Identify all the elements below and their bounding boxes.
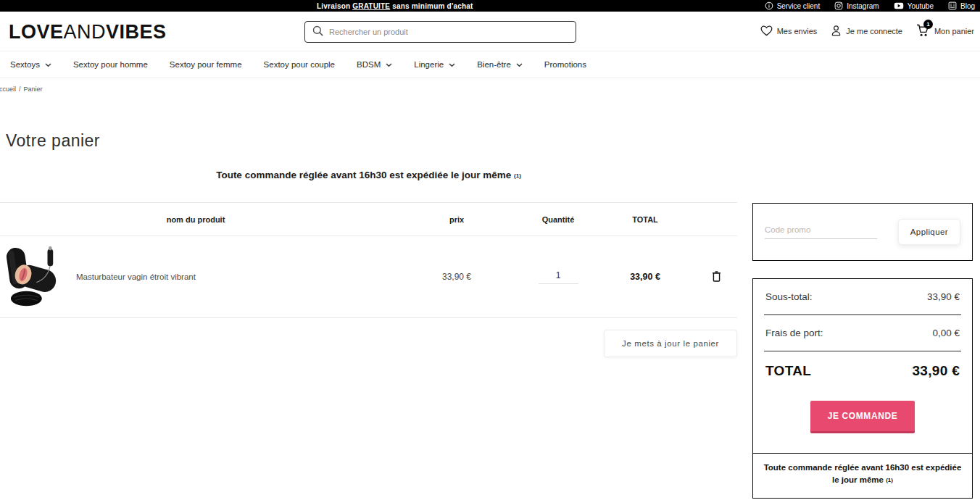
shipping-value: 0,00 € [932, 328, 960, 338]
nav-item-bdsm[interactable]: BDSM [357, 60, 392, 69]
header-actions: Mes envies Je me connecte 1 Mon panier [760, 12, 974, 51]
product-unit-price: 33,90 € [391, 272, 522, 282]
free-shipping-banner: Livraison GRATUITE sans minimum d'achat [317, 2, 473, 10]
summary-shipping-note: Toute commande réglée avant 16h30 est ex… [753, 453, 972, 498]
summary-rows: Sous-total: 33,90 € Frais de port: 0,00 … [753, 279, 972, 453]
page-title: Votre panier [6, 131, 980, 151]
search-bar [304, 21, 576, 43]
instagram-link[interactable]: Instagram [834, 1, 879, 10]
product-line-total: 33,90 € [594, 272, 696, 282]
wishlist-button[interactable]: Mes envies [760, 25, 818, 38]
main-content: Toute commande réglée avant 16h30 est ex… [0, 151, 980, 499]
promo-link-gratuite[interactable]: GRATUITE [352, 2, 390, 10]
quantity-input[interactable] [539, 270, 578, 284]
cart-table: nom du produit prix Quantité TOTAL [0, 202, 737, 318]
breadcrumb-separator: / [19, 86, 21, 93]
nav-item-promotions[interactable]: Promotions [544, 60, 586, 69]
youtube-icon [894, 1, 904, 10]
promo-code-box: Appliquer [752, 203, 973, 261]
chevron-down-icon [449, 60, 455, 69]
promo-text-prefix: Livraison [317, 2, 352, 10]
column-header-name: nom du produit [0, 215, 391, 224]
delete-cell [696, 269, 737, 286]
quantity-cell [522, 270, 594, 284]
heart-icon [760, 25, 773, 38]
nav-item-sextoy-couple[interactable]: Sextoy pour couple [264, 60, 335, 69]
cart-sidebar: Appliquer Sous-total: 33,90 € Frais de p… [752, 203, 973, 499]
cart-count-badge: 1 [923, 20, 933, 29]
checkout-area: JE COMMANDE [764, 395, 961, 453]
nav-item-bien-etre[interactable]: Bien-être [477, 60, 523, 69]
cart-button[interactable]: 1 Mon panier [916, 24, 974, 38]
nav-item-sextoy-femme[interactable]: Sextoy pour femme [170, 60, 242, 69]
total-value: 33,90 € [913, 363, 960, 379]
apply-promo-button[interactable]: Appliquer [898, 219, 960, 245]
breadcrumb: Accueil/Panier [0, 86, 980, 93]
subtotal-value: 33,90 € [927, 291, 960, 302]
blog-link[interactable]: Blog [948, 1, 975, 10]
subtotal-label: Sous-total: [765, 291, 813, 302]
breadcrumb-current: Panier [24, 86, 43, 93]
cart-icon: 1 [916, 24, 930, 38]
update-cart-button[interactable]: Je mets à jour le panier [604, 330, 737, 357]
shipping-row: Frais de port: 0,00 € [764, 315, 961, 351]
search-icon[interactable] [312, 25, 323, 39]
update-cart-row: Je mets à jour le panier [0, 330, 737, 357]
person-icon [831, 25, 842, 38]
product-name-link[interactable]: Masturbateur vagin étroit vibrant [76, 272, 196, 281]
promo-text-suffix: sans minimum d'achat [390, 2, 473, 10]
breadcrumb-home-link[interactable]: Accueil [0, 86, 16, 93]
notice-footnote: (1) [514, 172, 521, 179]
topbar-links: Service client Instagram Youtube Blog [765, 1, 975, 10]
total-label: TOTAL [765, 363, 811, 379]
main-nav: Sextoys Sextoy pour homme Sextoy pour fe… [0, 51, 980, 78]
chevron-down-icon [386, 60, 392, 69]
column-header-total: TOTAL [594, 215, 696, 224]
remove-item-button[interactable] [710, 269, 723, 286]
cart-table-header: nom du produit prix Quantité TOTAL [0, 202, 737, 236]
checkout-button[interactable]: JE COMMANDE [810, 401, 915, 431]
site-logo[interactable]: LOVEANDVIBES [9, 21, 167, 43]
promo-code-input[interactable] [765, 225, 877, 239]
search-input[interactable] [329, 28, 568, 36]
nav-item-sextoy-homme[interactable]: Sextoy pour homme [73, 60, 148, 69]
product-image[interactable] [0, 246, 69, 307]
instagram-icon [834, 1, 843, 10]
nav-item-lingerie[interactable]: Lingerie [414, 60, 455, 69]
column-header-quantity: Quantité [522, 215, 594, 224]
service-client-link[interactable]: Service client [765, 1, 820, 10]
blog-icon [948, 1, 957, 10]
account-button[interactable]: Je me connecte [831, 25, 902, 38]
top-promo-bar: Livraison GRATUITE sans minimum d'achat … [0, 0, 980, 12]
cart-item-row: Masturbateur vagin étroit vibrant 33,90 … [0, 236, 737, 318]
column-header-price: prix [391, 215, 522, 224]
order-summary-box: Sous-total: 33,90 € Frais de port: 0,00 … [752, 278, 973, 499]
chevron-down-icon [45, 60, 51, 69]
total-row: TOTAL 33,90 € [764, 351, 961, 395]
chevron-down-icon [516, 60, 523, 69]
trash-icon [712, 273, 721, 284]
shipping-notice: Toute commande réglée avant 16h30 est ex… [0, 170, 737, 180]
product-cell: Masturbateur vagin étroit vibrant [0, 246, 391, 307]
nav-item-sextoys[interactable]: Sextoys [10, 60, 51, 69]
subtotal-row: Sous-total: 33,90 € [764, 279, 961, 315]
shipping-label: Frais de port: [765, 328, 823, 338]
info-icon [765, 1, 773, 10]
youtube-link[interactable]: Youtube [894, 1, 934, 10]
cart-column: Toute commande réglée avant 16h30 est ex… [0, 151, 737, 357]
main-header: LOVEANDVIBES Mes envies Je me connecte 1… [0, 12, 980, 51]
summary-note-footnote: (1) [886, 477, 893, 483]
